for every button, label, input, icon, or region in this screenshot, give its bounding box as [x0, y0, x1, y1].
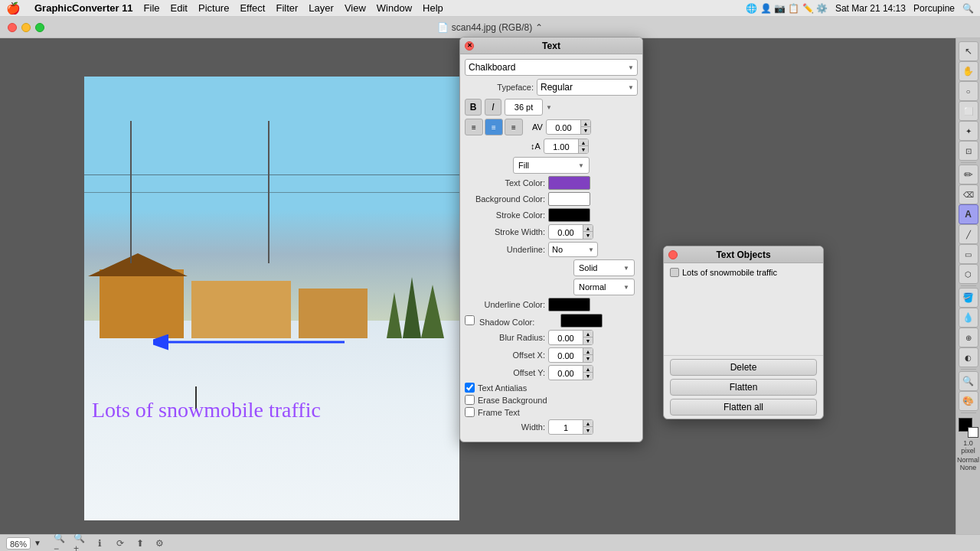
bg-color-row: Background Color: [465, 192, 638, 206]
menu-layer[interactable]: Layer [309, 2, 334, 14]
align-center-button[interactable]: ≡ [485, 119, 503, 135]
rotate-button[interactable]: ⟳ [113, 536, 127, 550]
tool-color[interactable]: 🎨 [959, 391, 978, 411]
tool-zoom[interactable]: 🔍 [959, 371, 978, 391]
shadow-checkbox-input[interactable] [465, 315, 475, 325]
italic-button[interactable]: I [485, 99, 501, 116]
text-objects-close[interactable] [668, 250, 678, 259]
tool-hand[interactable]: ✋ [959, 61, 978, 81]
align-right-button[interactable]: ≡ [505, 119, 523, 135]
tool-healing[interactable]: ⊕ [959, 328, 978, 347]
tool-dodge[interactable]: ◐ [959, 347, 978, 367]
background-color[interactable] [968, 427, 978, 438]
offset-x-input[interactable]: 0.00 ▲ ▼ [548, 347, 593, 363]
tool-fill-bucket[interactable]: 🪣 [959, 288, 978, 308]
shadow-color-swatch[interactable] [560, 314, 603, 328]
kern-input[interactable]: 0.00 ▲ ▼ [546, 119, 591, 135]
offset-x-down[interactable]: ▼ [583, 355, 593, 362]
kern-down[interactable]: ▼ [581, 127, 590, 134]
close-button[interactable] [8, 23, 17, 32]
shadow-checkbox[interactable]: Shadow Color: [465, 315, 534, 327]
frame-text-checkbox[interactable] [465, 407, 475, 417]
size-arrow[interactable]: ▼ [546, 104, 552, 111]
leading-down[interactable]: ▼ [579, 146, 588, 153]
info-button[interactable]: ℹ [93, 536, 107, 550]
flatten-button[interactable]: Flatten [670, 379, 817, 396]
zoom-chevron[interactable]: ▼ [34, 539, 41, 547]
width-input[interactable]: 1 ▲ ▼ [548, 419, 593, 435]
app-name[interactable]: GraphicConverter 11 [34, 2, 133, 14]
menu-effect[interactable]: Effect [240, 2, 265, 14]
tool-text[interactable]: A [959, 204, 978, 224]
underline-color-swatch[interactable] [548, 298, 590, 311]
width-down[interactable]: ▼ [583, 427, 593, 434]
blur-radius-input[interactable]: 0.00 ▲ ▼ [548, 330, 593, 345]
text-annotation[interactable]: Lots of snowmobile traffic [92, 398, 321, 422]
tool-marquee[interactable]: ⬜ [959, 101, 978, 121]
list-item[interactable]: Lots of snowmobile traffic [667, 266, 820, 279]
zoom-out-button[interactable]: 🔍− [54, 536, 67, 550]
font-size-input[interactable]: 36 pt [505, 99, 543, 116]
blur-up[interactable]: ▲ [583, 331, 593, 337]
solid-select[interactable]: Solid ▼ [573, 259, 635, 276]
pixel-size-label: 1.0 pixel [958, 439, 978, 455]
stroke-width-up[interactable]: ▲ [583, 225, 593, 232]
stroke-width-down[interactable]: ▼ [583, 232, 593, 239]
menu-edit[interactable]: Edit [171, 2, 188, 14]
flatten-all-button[interactable]: Flatten all [670, 399, 817, 416]
stroke-width-input[interactable]: 0.00 ▲ ▼ [548, 224, 593, 240]
tools-panel: ↖ ✋ ○ ⬜ ✦ ⊡ ✏ ⌫ A ╱ ▭ ⬡ 🪣 💧 ⊕ ◐ 🔍 🎨 1.0 … [956, 38, 980, 534]
blur-down[interactable]: ▼ [583, 337, 593, 344]
offset-y-input[interactable]: 0.00 ▲ ▼ [548, 365, 593, 380]
settings-button[interactable]: ⚙ [153, 536, 167, 550]
tool-crop[interactable]: ⊡ [959, 141, 978, 161]
bg-color-swatch[interactable] [548, 192, 590, 206]
tool-shape[interactable]: ⬡ [959, 264, 978, 284]
menu-filter[interactable]: Filter [276, 2, 298, 14]
tool-rect[interactable]: ▭ [959, 244, 978, 264]
tool-eraser[interactable]: ⌫ [959, 184, 978, 204]
tool-lasso[interactable]: ○ [959, 81, 978, 101]
search-icon[interactable]: 🔍 [962, 3, 974, 14]
text-dialog-close[interactable]: ✕ [465, 41, 474, 51]
to-item-checkbox[interactable] [670, 268, 679, 277]
offset-x-up[interactable]: ▲ [583, 348, 593, 355]
tool-magic-wand[interactable]: ✦ [959, 121, 978, 141]
apple-menu[interactable]: 🍎 [6, 2, 21, 15]
menu-file[interactable]: File [144, 2, 160, 14]
zoom-in-button[interactable]: 🔍+ [74, 536, 87, 550]
tool-pencil[interactable]: ✏ [959, 165, 978, 184]
delete-button[interactable]: Delete [670, 359, 817, 376]
text-antialias-checkbox[interactable] [465, 383, 475, 393]
stroke-color-swatch[interactable] [548, 208, 590, 222]
text-color-swatch[interactable] [548, 176, 590, 190]
menu-help[interactable]: Help [423, 2, 443, 14]
kern-up[interactable]: ▲ [581, 120, 590, 127]
tool-select[interactable]: ↖ [959, 41, 978, 61]
menu-window[interactable]: Window [377, 2, 412, 14]
bold-button[interactable]: B [465, 99, 482, 116]
offset-y-row: Offset Y: 0.00 ▲ ▼ [465, 365, 638, 380]
minimize-button[interactable] [21, 23, 31, 32]
normal-select[interactable]: Normal ▼ [573, 279, 635, 295]
fill-select[interactable]: Fill ▼ [513, 157, 590, 174]
menu-view[interactable]: View [345, 2, 366, 14]
share-button[interactable]: ⬆ [133, 536, 147, 550]
image-canvas[interactable]: Lots of snowmobile traffic [84, 77, 459, 520]
erase-background-checkbox[interactable] [465, 395, 475, 405]
leading-up[interactable]: ▲ [579, 139, 588, 146]
underline-select[interactable]: No ▼ [548, 242, 598, 257]
tool-dropper[interactable]: 💧 [959, 308, 978, 328]
typeface-select[interactable]: Regular ▼ [537, 79, 638, 96]
offset-y-up[interactable]: ▲ [583, 366, 593, 373]
width-up[interactable]: ▲ [583, 420, 593, 427]
menu-icons: 🌐 👤 📷 📋 ✏️ ⚙️ [746, 3, 828, 14]
font-select[interactable]: Chalkboard ▼ [465, 59, 638, 76]
leading-input[interactable]: 1.00 ▲ ▼ [544, 139, 589, 154]
maximize-button[interactable] [35, 23, 44, 32]
menu-picture[interactable]: Picture [198, 2, 229, 14]
tool-line[interactable]: ╱ [959, 224, 978, 244]
align-left-button[interactable]: ≡ [465, 119, 483, 135]
collapse-icon[interactable]: ⌃ [535, 22, 543, 33]
offset-y-down[interactable]: ▼ [583, 373, 593, 380]
